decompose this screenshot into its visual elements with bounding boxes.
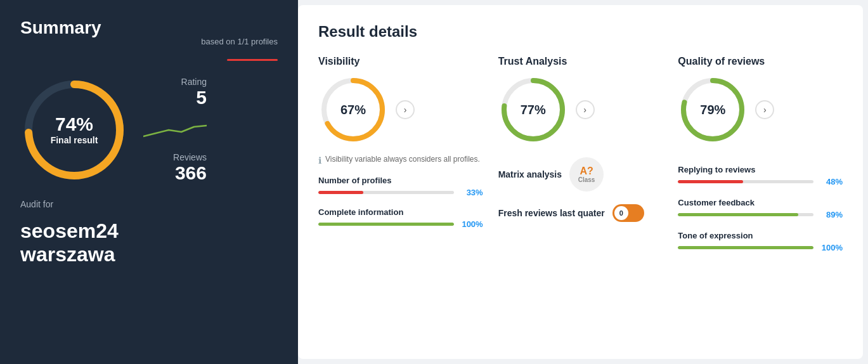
customer-bar-fill <box>678 213 798 216</box>
tone-bar-bg <box>678 246 813 249</box>
trust-title: Trust Analysis <box>498 56 663 67</box>
donut-center: 74% Final result <box>51 115 98 145</box>
reviews-label: Reviews <box>173 152 207 162</box>
quality-gauge: 79% <box>678 75 748 145</box>
trust-chevron[interactable]: › <box>576 100 595 119</box>
complete-info-bar-fill <box>318 223 454 226</box>
tone-label: Tone of expression <box>678 231 843 240</box>
fresh-reviews-toggle[interactable]: 0 <box>612 204 644 222</box>
trust-column: Trust Analysis 77% › Matrix analysis A? … <box>498 56 663 252</box>
matrix-label: Matrix analysis <box>498 169 562 179</box>
quality-circle-row: 79% › <box>678 75 843 145</box>
visibility-title: Visibility <box>318 56 483 67</box>
replying-bar-bg <box>678 180 813 183</box>
trust-gauge: 77% <box>498 75 568 145</box>
main-metrics: 74% Final result Rating 5 Reviews 366 <box>20 76 278 184</box>
final-label: Final result <box>51 135 98 145</box>
replying-label: Replying to reviews <box>678 165 843 174</box>
complete-info-bar-bg <box>318 223 454 226</box>
quality-title: Quality of reviews <box>678 56 843 67</box>
replying-metric: Replying to reviews 48% <box>678 165 843 186</box>
summary-title: Summary <box>20 18 278 38</box>
donut-chart: 74% Final result <box>20 76 128 184</box>
replying-progress: 48% <box>678 177 843 186</box>
complete-info-pct: 100% <box>459 219 483 229</box>
quality-percent: 79% <box>700 103 725 117</box>
number-of-profiles-bar-fill <box>318 191 363 194</box>
tone-pct: 100% <box>819 243 843 252</box>
number-of-profiles-label: Number of profiles <box>318 176 483 185</box>
number-of-profiles-metric: Number of profiles 33% <box>318 176 483 197</box>
complete-info-progress: 100% <box>318 219 483 229</box>
number-of-profiles-progress: 33% <box>318 188 483 197</box>
complete-info-label: Complete information <box>318 207 483 217</box>
customer-metric: Customer feedback 89% <box>678 198 843 219</box>
visibility-column: Visibility 67% › ℹ Visibility variable a… <box>318 56 483 252</box>
matrix-row: Matrix analysis A? Class <box>498 157 663 192</box>
complete-info-metric: Complete information 100% <box>318 207 483 229</box>
a-class-text: A? <box>580 166 593 176</box>
quality-column: Quality of reviews 79% › Replying to rev… <box>678 56 843 252</box>
number-of-profiles-bar-bg <box>318 191 454 194</box>
info-icon: ℹ <box>318 155 321 166</box>
trust-percent: 77% <box>521 103 546 117</box>
number-of-profiles-pct: 33% <box>459 188 483 197</box>
replying-pct: 48% <box>819 177 843 186</box>
a-class-badge: A? Class <box>569 157 604 192</box>
trust-circle-row: 77% › <box>498 75 663 145</box>
customer-label: Customer feedback <box>678 198 843 207</box>
toggle-knob: 0 <box>614 206 628 220</box>
quality-sub-metrics: Replying to reviews 48% Customer feedbac… <box>678 162 843 252</box>
result-title: Result details <box>318 23 843 41</box>
class-sub-label: Class <box>578 176 595 183</box>
visibility-chevron[interactable]: › <box>396 100 415 119</box>
left-panel: Summary based on 1/1 profiles 74% Final … <box>0 0 298 364</box>
audit-name: seosem24 warszawa <box>20 219 278 266</box>
visibility-gauge: 67% <box>318 75 388 145</box>
rating-metric: Rating 5 <box>143 77 207 108</box>
red-line <box>227 59 278 61</box>
tone-progress: 100% <box>678 243 843 252</box>
replying-bar-fill <box>678 180 743 183</box>
audit-label: Audit for <box>20 199 278 209</box>
reviews-value: 366 <box>175 162 207 183</box>
visibility-info: ℹ Visibility variable always considers a… <box>318 155 483 166</box>
final-percent: 74% <box>51 115 98 134</box>
rating-label: Rating <box>181 77 207 87</box>
quality-chevron[interactable]: › <box>755 100 774 119</box>
reviews-metric: Reviews 366 <box>143 152 207 183</box>
customer-bar-bg <box>678 213 813 216</box>
tone-metric: Tone of expression 100% <box>678 231 843 252</box>
visibility-circle-row: 67% › <box>318 75 483 145</box>
based-on: based on 1/1 profiles <box>20 37 278 46</box>
fresh-reviews-row: Fresh reviews last quater 0 <box>498 204 663 222</box>
fresh-label: Fresh reviews last quater <box>498 208 605 218</box>
customer-pct: 89% <box>819 210 843 219</box>
visibility-percent: 67% <box>340 103 366 117</box>
side-metrics: Rating 5 Reviews 366 <box>143 77 207 183</box>
right-panel: Result details Visibility 67% › ℹ Visibi… <box>298 5 863 359</box>
customer-progress: 89% <box>678 210 843 219</box>
rating-value: 5 <box>196 87 207 108</box>
tone-bar-fill <box>678 246 813 249</box>
metrics-grid: Visibility 67% › ℹ Visibility variable a… <box>318 56 843 252</box>
rating-sparkline <box>143 120 207 140</box>
